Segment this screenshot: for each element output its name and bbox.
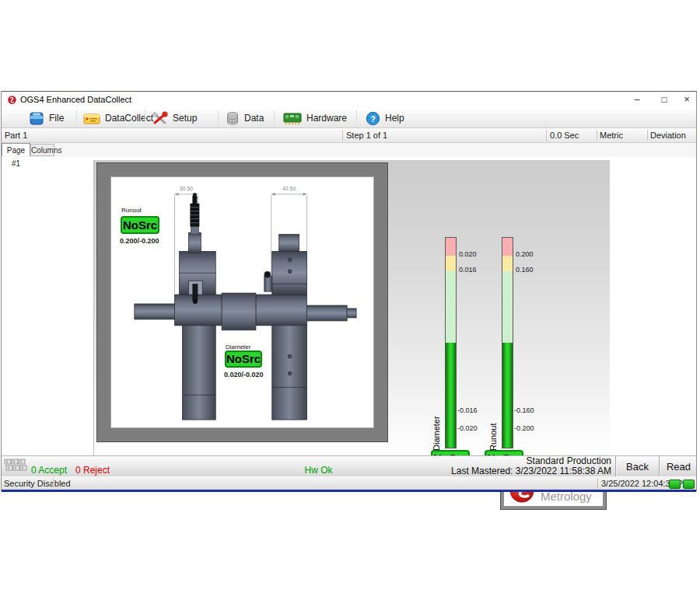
data-icon	[226, 111, 240, 126]
datacollect-icon	[83, 112, 100, 125]
gauge-zone-high-fail	[446, 238, 456, 256]
cell-separator	[342, 130, 343, 141]
drawing-frame: 30.50 42.50	[96, 162, 388, 442]
gauge-zone-high-fail	[502, 238, 513, 256]
hardware-status: Hw Ok	[270, 465, 367, 476]
window-title: OGS4 Enhanced DataCollect	[20, 95, 131, 104]
statusbar-separator	[53, 479, 54, 489]
runout-gauge-bar	[502, 343, 513, 448]
part-label: Part 1	[5, 131, 27, 140]
gauge-tick: 0.160	[516, 266, 534, 274]
setup-icon	[152, 111, 168, 126]
toolbar-help-button[interactable]: ? Help	[366, 110, 404, 127]
run-status-row: Part 1 Step 1 of 1 0.0 Sec Metric Deviat…	[2, 128, 696, 143]
gauge-tick: 0.020	[459, 250, 477, 258]
gauge-tick: 0.200	[516, 250, 534, 258]
file-icon	[29, 111, 44, 126]
toolbar-file-label: File	[49, 113, 64, 124]
runout-gauge-column	[502, 237, 513, 448]
main-toolbar: File DataCollect	[2, 108, 696, 128]
toolbar-setup-label: Setup	[173, 113, 197, 124]
toolbar-setup-button[interactable]: Setup	[152, 110, 197, 127]
production-info: Standard Production Last Mastered: 3/23/…	[451, 456, 611, 476]
tab-page-1[interactable]: Page #1	[2, 143, 30, 156]
diameter-gauge-bar	[446, 343, 456, 448]
cad-drawing: 30.50 42.50	[111, 177, 373, 427]
svg-text:?: ?	[370, 113, 376, 123]
shaft-assembly	[135, 235, 356, 420]
gauge-tick: -0.200	[514, 424, 534, 432]
page-tabstrip: Page #1 Columns	[2, 143, 696, 157]
toolbar-separator	[76, 110, 77, 125]
cell-separator	[597, 130, 597, 141]
toolbar-data-button[interactable]: Data	[226, 110, 264, 127]
counter-icon	[4, 459, 27, 472]
toolbar-datacollect-button[interactable]: DataCollect	[83, 110, 153, 127]
cell-separator	[546, 130, 547, 141]
hardware-icon	[283, 112, 302, 125]
reject-count: 0 Reject	[75, 465, 110, 476]
toolbar-separator	[274, 110, 275, 125]
gauge-tick: -0.160	[514, 406, 534, 414]
toolbar-file-button[interactable]: File	[29, 110, 64, 127]
runout-feature-label: Runout	[121, 207, 142, 214]
time-label: 0.0 Sec	[550, 131, 579, 140]
runout-tolerance-label: 0.200/-0.200	[120, 237, 159, 245]
close-button[interactable]: ×	[675, 92, 698, 107]
diameter-tolerance-label: 0.020/-0.020	[224, 371, 264, 378]
accept-count: 0 Accept	[31, 465, 67, 476]
diameter-status-badge: NoSrc	[225, 351, 262, 368]
main-content: 30.50 42.50	[2, 157, 696, 455]
dimension-label-2: 42.50	[282, 186, 296, 191]
dimension-label-1: 30.50	[180, 186, 194, 191]
gauge-tick: -0.020	[457, 424, 478, 432]
toolbar-separator	[356, 110, 357, 125]
title-bar[interactable]: OGS4 Enhanced DataCollect – □ ×	[2, 92, 696, 108]
gauge-tick: -0.016	[457, 406, 478, 414]
toolbar-hardware-label: Hardware	[306, 113, 347, 124]
display-mode-label: Deviation	[650, 131, 686, 140]
logo-line2: Metrology	[541, 490, 593, 502]
read-button[interactable]: Read	[660, 456, 698, 477]
toolbar-separator	[145, 110, 145, 125]
diameter-feature-label: Diameter	[226, 344, 250, 351]
help-icon: ?	[366, 111, 380, 126]
toolbar-datacollect-label: DataCollect	[105, 113, 153, 124]
statusbar-separator	[597, 479, 598, 489]
back-button[interactable]: Back	[616, 456, 659, 477]
toolbar-data-label: Data	[244, 113, 264, 124]
toolbar-separator	[218, 110, 219, 125]
gauge-zone-high-warn	[502, 256, 513, 271]
desktop-background: OGS4 Enhanced DataCollect – □ × File	[0, 0, 700, 593]
maximize-button[interactable]: □	[653, 92, 676, 107]
drawing-canvas: 30.50 42.50	[110, 176, 374, 428]
status-bar: Security Disabled 3/25/2022 12:04:31 PM	[2, 476, 696, 490]
gauge-tick: 0.016	[459, 266, 477, 274]
toolbar-help-label: Help	[385, 113, 404, 124]
security-status: Security Disabled	[4, 479, 71, 488]
action-bar: 0 Accept 0 Reject Hw Ok Standard Product…	[2, 455, 696, 476]
gauge-zone-high-warn	[446, 256, 456, 271]
toolbar-hardware-button[interactable]: Hardware	[283, 110, 347, 127]
window-bottom-edge	[2, 490, 696, 492]
tab-columns[interactable]: Columns	[30, 144, 54, 156]
runout-status-badge: NoSrc	[121, 216, 159, 234]
units-label: Metric	[600, 131, 623, 140]
step-label: Step 1 of 1	[346, 131, 387, 140]
minimize-button[interactable]: –	[625, 92, 649, 107]
diameter-gauge-column	[445, 237, 457, 448]
status-indicator-1	[669, 480, 681, 489]
app-window: OGS4 Enhanced DataCollect – □ × File	[1, 91, 697, 491]
app-logo-icon	[8, 96, 16, 104]
diameter-gauge-name: Diameter	[432, 390, 441, 451]
status-indicator-2	[683, 480, 695, 489]
runout-gauge-name: Runout	[488, 399, 498, 451]
cell-separator	[647, 130, 648, 141]
last-mastered: Last Mastered: 3/23/2022 11:58:38 AM	[451, 466, 611, 476]
